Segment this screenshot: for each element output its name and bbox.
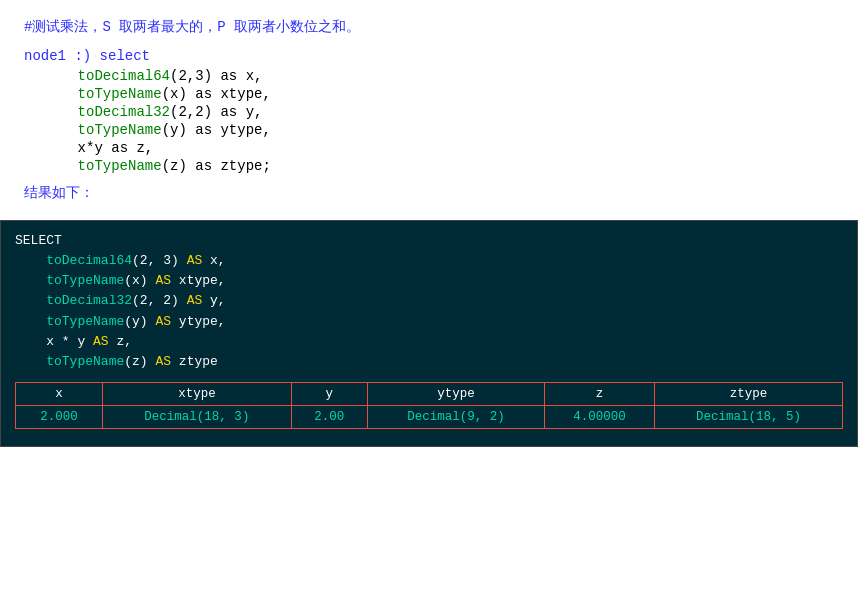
code-line-3: toDecimal32(2,2) as y, xyxy=(44,104,834,120)
fn-typename-y: toTypeName xyxy=(78,122,162,138)
result-label: 结果如下： xyxy=(24,184,834,202)
fn-typename-z: toTypeName xyxy=(78,158,162,174)
terminal-line-2: toTypeName(x) AS xtype, xyxy=(15,271,843,291)
td-y: 2.00 xyxy=(291,405,367,428)
th-x: x xyxy=(16,383,103,406)
t-expr-5: x * y xyxy=(46,334,93,349)
args-6: (z) xyxy=(162,158,187,174)
t-var-4: ytype, xyxy=(171,314,226,329)
table-header-row: x xtype y ytype z ztype xyxy=(16,383,842,406)
t-as-4: AS xyxy=(155,314,171,329)
var-xy: x*y xyxy=(78,140,103,156)
t-fn-6: toTypeName xyxy=(46,354,124,369)
terminal-line-4: toTypeName(y) AS ytype, xyxy=(15,312,843,332)
t-as-5: AS xyxy=(93,334,109,349)
t-fn-1: toDecimal64 xyxy=(46,253,132,268)
args-4: (y) xyxy=(162,122,187,138)
t-args-2: (x) xyxy=(124,273,155,288)
var-z: z, xyxy=(136,140,153,156)
terminal-line-1: toDecimal64(2, 3) AS x, xyxy=(15,251,843,271)
top-section: #测试乘法，S 取两者最大的，P 取两者小数位之和。 node1 :) sele… xyxy=(0,0,858,220)
td-x: 2.000 xyxy=(16,405,103,428)
th-z: z xyxy=(544,383,654,406)
select-keyword-line: SELECT xyxy=(15,231,843,251)
t-var-5: z, xyxy=(109,334,132,349)
td-xtype: Decimal(18, 3) xyxy=(103,405,291,428)
terminal-line-6: toTypeName(z) AS ztype xyxy=(15,352,843,372)
code-line-5: x*y as z, xyxy=(44,140,834,156)
as-keyword-2: as xyxy=(195,86,212,102)
t-as-3: AS xyxy=(187,293,203,308)
result-table-wrapper: x xtype y ytype z ztype 2.000 Decimal(18… xyxy=(15,382,843,429)
as-keyword-1: as xyxy=(220,68,237,84)
t-var-1: x, xyxy=(202,253,225,268)
th-ztype: ztype xyxy=(654,383,842,406)
td-ztype: Decimal(18, 5) xyxy=(654,405,842,428)
t-var-2: xtype, xyxy=(171,273,226,288)
code-line-6: toTypeName(z) as ztype; xyxy=(44,158,834,174)
t-fn-2: toTypeName xyxy=(46,273,124,288)
code-line-1: toDecimal64(2,3) as x, xyxy=(44,68,834,84)
code-line-2: toTypeName(x) as xtype, xyxy=(44,86,834,102)
t-fn-4: toTypeName xyxy=(46,314,124,329)
terminal-line-5: x * y AS z, xyxy=(15,332,843,352)
t-args-1: (2, 3) xyxy=(132,253,187,268)
args-2: (x) xyxy=(162,86,187,102)
t-as-6: AS xyxy=(155,354,171,369)
t-var-6: ztype xyxy=(171,354,218,369)
t-var-3: y, xyxy=(202,293,225,308)
var-xtype: xtype, xyxy=(220,86,270,102)
var-x: x, xyxy=(246,68,263,84)
var-y: y, xyxy=(246,104,263,120)
th-xtype: xtype xyxy=(103,383,291,406)
code-line-4: toTypeName(y) as ytype, xyxy=(44,122,834,138)
fn-todecimal64: toDecimal64 xyxy=(78,68,170,84)
terminal-section: SELECT toDecimal64(2, 3) AS x, toTypeNam… xyxy=(0,220,858,447)
t-fn-3: toDecimal32 xyxy=(46,293,132,308)
fn-typename-x: toTypeName xyxy=(78,86,162,102)
as-keyword-3: as xyxy=(220,104,237,120)
th-y: y xyxy=(291,383,367,406)
code-block: toDecimal64(2,3) as x, toTypeName(x) as … xyxy=(24,68,834,174)
as-keyword-6: as xyxy=(195,158,212,174)
result-table: x xtype y ytype z ztype 2.000 Decimal(18… xyxy=(16,383,842,428)
t-as-2: AS xyxy=(155,273,171,288)
t-args-6: (z) xyxy=(124,354,155,369)
td-z: 4.00000 xyxy=(544,405,654,428)
terminal-code: SELECT toDecimal64(2, 3) AS x, toTypeNam… xyxy=(15,231,843,372)
t-args-4: (y) xyxy=(124,314,155,329)
comment-line: #测试乘法，S 取两者最大的，P 取两者小数位之和。 xyxy=(24,18,834,36)
as-keyword-5: as xyxy=(111,140,128,156)
t-as-1: AS xyxy=(187,253,203,268)
args-3: (2,2) xyxy=(170,104,212,120)
select-kw: SELECT xyxy=(15,233,62,248)
fn-todecimal32: toDecimal32 xyxy=(78,104,170,120)
t-args-3: (2, 2) xyxy=(132,293,187,308)
table-row: 2.000 Decimal(18, 3) 2.00 Decimal(9, 2) … xyxy=(16,405,842,428)
args-1: (2,3) xyxy=(170,68,212,84)
var-ytype: ytype, xyxy=(220,122,270,138)
as-keyword-4: as xyxy=(195,122,212,138)
th-ytype: ytype xyxy=(367,383,544,406)
var-ztype: ztype; xyxy=(220,158,270,174)
terminal-line-3: toDecimal32(2, 2) AS y, xyxy=(15,291,843,311)
prompt-line: node1 :) select xyxy=(24,48,834,64)
td-ytype: Decimal(9, 2) xyxy=(367,405,544,428)
